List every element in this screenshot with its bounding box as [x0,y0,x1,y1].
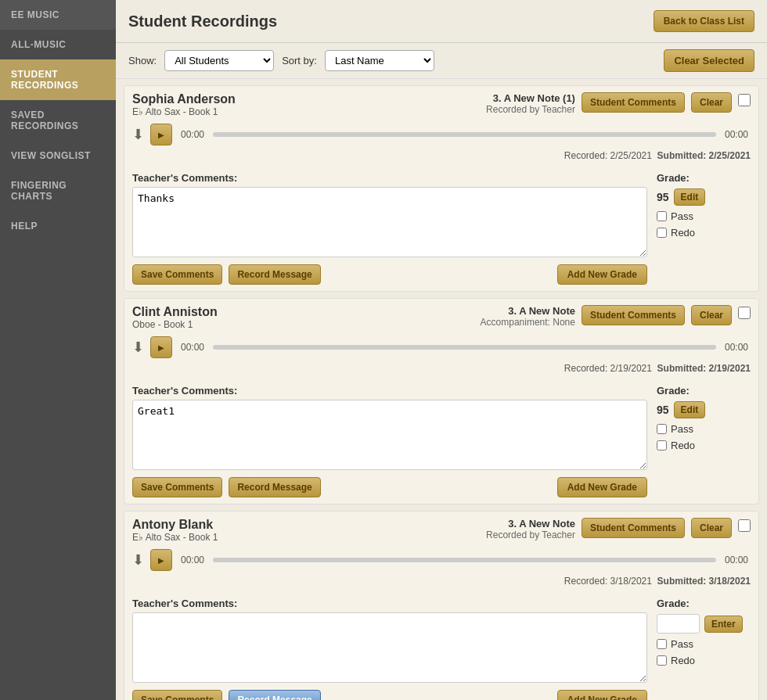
student-comments-button[interactable]: Student Comments [582,305,685,325]
clear-button-antony-blank[interactable]: Clear [691,518,732,538]
comments-section: Teacher's Comments: Save Comments Record… [132,598,647,700]
recorded-info: Recorded: 2/25/2021 Submitted: 2/25/2021 [124,149,758,166]
assignment-title: 3. A New Note [481,305,575,317]
progress-bar[interactable] [213,558,716,562]
edit-grade-button[interactable]: Edit [674,188,706,206]
select-checkbox-antony-blank[interactable] [738,519,751,532]
audio-row: ⬇︎ ▶ 00:00 00:00 [124,120,758,149]
redo-checkbox[interactable] [657,440,667,451]
edit-grade-button[interactable]: Edit [674,401,706,418]
add-new-grade-button[interactable]: Add New Grade [557,690,647,700]
show-label: Show: [128,55,157,66]
record-message-button[interactable]: Record Message [229,477,320,497]
comments-buttons: Save Comments Record Message Add New Gra… [132,264,647,285]
redo-checkbox[interactable] [657,228,667,238]
card-body: Teacher's Comments: Great1 Save Comments… [124,379,758,504]
student-comments-button[interactable]: Student Comments [582,518,685,538]
students-list: Sophia Anderson E♭ Alto Sax - Book 1 3. … [116,79,767,700]
redo-row: Redo [657,227,751,239]
redo-row: Redo [657,440,751,451]
redo-label: Redo [671,227,695,239]
card-body: Teacher's Comments: Thanks Save Comments… [124,166,758,291]
grade-section: Grade: Enter Pass Redo [657,598,751,700]
enter-grade-button[interactable]: Enter [704,616,743,633]
select-checkbox-clint-anniston[interactable] [738,307,751,319]
assignment-info: 3. A New Note (1) Recorded by Teacher [486,92,575,115]
recorded-info: Recorded: 2/19/2021 Submitted: 2/19/2021 [124,361,758,379]
download-icon[interactable]: ⬇︎ [132,126,144,143]
record-message-button[interactable]: Record Message [229,264,320,285]
add-new-grade-button[interactable]: Add New Grade [557,477,647,497]
progress-bar[interactable] [213,132,716,137]
sidebar-item-view-songlist[interactable]: VIEW SONGLIST [0,141,116,171]
add-new-grade-button[interactable]: Add New Grade [557,264,647,285]
filter-bar: Show: All StudentsUngradedGraded Sort by… [116,43,767,79]
assignment-sub: Accompaniment: None [481,317,575,328]
clear-button-sophia-anderson[interactable]: Clear [691,92,732,113]
select-checkbox-sophia-anderson[interactable] [738,94,751,106]
sidebar-item-help[interactable]: HELP [0,211,116,241]
comments-buttons: Save Comments Record Message Add New Gra… [132,477,647,497]
progress-bar[interactable] [213,345,716,350]
pass-checkbox[interactable] [657,211,667,221]
page-title: Student Recordings [128,13,277,31]
show-select[interactable]: All StudentsUngradedGraded [164,50,274,71]
student-info: Antony Blank E♭ Alto Sax - Book 1 [132,518,218,543]
comments-label: Teacher's Comments: [132,598,647,609]
time-start: 00:00 [178,129,207,140]
sidebar-item-all-music[interactable]: ALL-MUSIC [0,30,116,59]
save-comments-button[interactable]: Save Comments [132,264,222,285]
comments-textarea[interactable]: Thanks [132,187,647,257]
grade-row: Enter [657,614,751,634]
sort-select[interactable]: Last NameFirst NameDate Submitted [325,50,434,71]
pass-label: Pass [671,638,693,650]
play-button[interactable]: ▶ [150,124,172,145]
grade-section: Grade: 95 Edit Pass Redo [657,172,751,285]
student-card-sophia-anderson: Sophia Anderson E♭ Alto Sax - Book 1 3. … [124,85,759,292]
grade-value: 95 [657,191,669,203]
grade-input[interactable] [657,614,700,634]
student-comments-button[interactable]: Student Comments [582,92,685,113]
sidebar-item-student-recordings[interactable]: STUDENT RECORDINGS [0,59,116,100]
save-comments-button[interactable]: Save Comments [132,690,222,700]
assignment-sub: Recorded by Teacher [486,529,575,540]
comments-textarea[interactable] [132,612,647,683]
sidebar-item-fingering-charts[interactable]: FINGERING CHARTS [0,171,116,211]
redo-label: Redo [671,655,695,666]
clear-selected-button[interactable]: Clear Selected [664,49,754,72]
pass-label: Pass [671,210,693,222]
comments-label: Teacher's Comments: [132,172,647,184]
pass-checkbox[interactable] [657,639,667,649]
play-button[interactable]: ▶ [150,549,172,571]
play-button[interactable]: ▶ [150,336,172,358]
student-name: Antony Blank [132,518,218,532]
comments-label: Teacher's Comments: [132,385,647,397]
time-end: 00:00 [722,129,751,140]
download-icon[interactable]: ⬇︎ [132,339,144,356]
time-end: 00:00 [722,342,751,353]
grade-label: Grade: [657,385,751,397]
sidebar-item-ee-music[interactable]: EE MUSIC [0,0,116,30]
student-info: Sophia Anderson E♭ Alto Sax - Book 1 [132,92,236,117]
card-header-right: 3. A New Note Recorded by Teacher Studen… [486,518,751,540]
comments-textarea[interactable]: Great1 [132,400,647,470]
topbar: Student Recordings Back to Class List [116,0,767,43]
record-message-button[interactable]: Record Message [229,690,320,700]
grade-row: 95 Edit [657,401,751,418]
sidebar-item-saved-recordings[interactable]: SAVED RECORDINGS [0,100,116,141]
download-icon[interactable]: ⬇︎ [132,551,144,569]
save-comments-button[interactable]: Save Comments [132,477,222,497]
student-instrument: E♭ Alto Sax - Book 1 [132,532,218,543]
card-header: Sophia Anderson E♭ Alto Sax - Book 1 3. … [124,86,758,120]
pass-checkbox[interactable] [657,424,667,434]
submitted-text: Submitted: 3/18/2021 [657,576,751,587]
redo-checkbox[interactable] [657,655,667,666]
main-content: Student Recordings Back to Class List Sh… [116,0,767,700]
student-card-antony-blank: Antony Blank E♭ Alto Sax - Book 1 3. A N… [124,511,759,700]
grade-row: 95 Edit [657,188,751,206]
clear-button-clint-anniston[interactable]: Clear [691,305,732,325]
back-to-class-button[interactable]: Back to Class List [654,10,754,32]
student-instrument: E♭ Alto Sax - Book 1 [132,106,236,117]
submitted-text: Submitted: 2/25/2021 [657,150,751,161]
time-start: 00:00 [178,342,207,353]
